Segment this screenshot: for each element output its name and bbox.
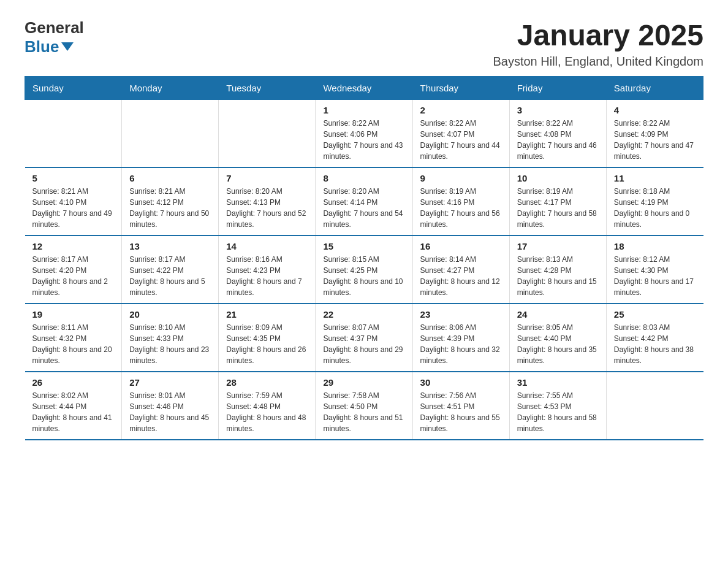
calendar-week-row: 26Sunrise: 8:02 AMSunset: 4:44 PMDayligh… xyxy=(25,372,703,440)
calendar-cell: 5Sunrise: 8:21 AMSunset: 4:10 PMDaylight… xyxy=(25,167,122,236)
calendar-cell: 21Sunrise: 8:09 AMSunset: 4:35 PMDayligh… xyxy=(219,304,316,372)
day-info: Sunrise: 8:13 AMSunset: 4:28 PMDaylight:… xyxy=(517,254,599,298)
day-number: 8 xyxy=(323,173,404,183)
calendar-cell xyxy=(606,372,703,440)
day-number: 3 xyxy=(517,105,599,115)
day-number: 12 xyxy=(32,241,115,251)
calendar-cell: 6Sunrise: 8:21 AMSunset: 4:12 PMDaylight… xyxy=(122,167,219,236)
calendar-cell: 17Sunrise: 8:13 AMSunset: 4:28 PMDayligh… xyxy=(509,236,606,304)
day-info: Sunrise: 8:19 AMSunset: 4:16 PMDaylight:… xyxy=(420,186,502,230)
calendar-cell: 16Sunrise: 8:14 AMSunset: 4:27 PMDayligh… xyxy=(412,236,509,304)
day-number: 14 xyxy=(226,241,308,251)
calendar-header-friday: Friday xyxy=(509,77,606,100)
calendar-cell: 26Sunrise: 8:02 AMSunset: 4:44 PMDayligh… xyxy=(25,372,122,440)
calendar-cell: 18Sunrise: 8:12 AMSunset: 4:30 PMDayligh… xyxy=(606,236,703,304)
calendar-cell: 22Sunrise: 8:07 AMSunset: 4:37 PMDayligh… xyxy=(316,304,412,372)
calendar-cell: 24Sunrise: 8:05 AMSunset: 4:40 PMDayligh… xyxy=(509,304,606,372)
day-number: 2 xyxy=(420,105,502,115)
calendar-cell: 12Sunrise: 8:17 AMSunset: 4:20 PMDayligh… xyxy=(25,236,122,304)
day-info: Sunrise: 8:07 AMSunset: 4:37 PMDaylight:… xyxy=(323,322,404,366)
day-number: 30 xyxy=(420,377,502,388)
day-number: 6 xyxy=(129,173,211,183)
calendar-cell: 4Sunrise: 8:22 AMSunset: 4:09 PMDaylight… xyxy=(606,100,703,168)
day-number: 9 xyxy=(420,173,502,183)
day-info: Sunrise: 8:16 AMSunset: 4:23 PMDaylight:… xyxy=(226,254,308,298)
day-number: 27 xyxy=(129,377,211,388)
day-number: 23 xyxy=(420,309,502,320)
day-number: 29 xyxy=(323,377,404,388)
calendar-cell: 1Sunrise: 8:22 AMSunset: 4:06 PMDaylight… xyxy=(316,100,412,168)
calendar-cell xyxy=(219,100,316,168)
day-number: 25 xyxy=(614,309,696,320)
calendar-header-wednesday: Wednesday xyxy=(316,77,412,100)
calendar-header-thursday: Thursday xyxy=(412,77,509,100)
day-info: Sunrise: 8:02 AMSunset: 4:44 PMDaylight:… xyxy=(32,390,115,434)
calendar-cell: 27Sunrise: 8:01 AMSunset: 4:46 PMDayligh… xyxy=(122,372,219,440)
calendar-cell: 23Sunrise: 8:06 AMSunset: 4:39 PMDayligh… xyxy=(412,304,509,372)
calendar-cell: 13Sunrise: 8:17 AMSunset: 4:22 PMDayligh… xyxy=(122,236,219,304)
calendar-week-row: 5Sunrise: 8:21 AMSunset: 4:10 PMDaylight… xyxy=(25,167,703,236)
logo-arrow-icon xyxy=(61,42,74,51)
day-info: Sunrise: 8:20 AMSunset: 4:14 PMDaylight:… xyxy=(323,186,404,230)
day-info: Sunrise: 8:15 AMSunset: 4:25 PMDaylight:… xyxy=(323,254,404,298)
calendar-cell: 8Sunrise: 8:20 AMSunset: 4:14 PMDaylight… xyxy=(316,167,412,236)
calendar-cell: 11Sunrise: 8:18 AMSunset: 4:19 PMDayligh… xyxy=(606,167,703,236)
day-number: 17 xyxy=(517,241,599,251)
day-number: 26 xyxy=(32,377,115,388)
day-info: Sunrise: 8:21 AMSunset: 4:12 PMDaylight:… xyxy=(129,186,211,230)
day-info: Sunrise: 8:14 AMSunset: 4:27 PMDaylight:… xyxy=(420,254,502,298)
calendar-cell: 15Sunrise: 8:15 AMSunset: 4:25 PMDayligh… xyxy=(316,236,412,304)
day-info: Sunrise: 7:56 AMSunset: 4:51 PMDaylight:… xyxy=(420,390,502,434)
calendar-cell xyxy=(122,100,219,168)
calendar-header-tuesday: Tuesday xyxy=(219,77,316,100)
page-header: General Blue January 2025 Bayston Hill, … xyxy=(25,18,703,69)
day-number: 28 xyxy=(226,377,308,388)
calendar-cell: 10Sunrise: 8:19 AMSunset: 4:17 PMDayligh… xyxy=(509,167,606,236)
calendar-cell xyxy=(25,100,122,168)
day-number: 21 xyxy=(226,309,308,320)
calendar-title: January 2025 xyxy=(493,18,703,52)
calendar-cell: 3Sunrise: 8:22 AMSunset: 4:08 PMDaylight… xyxy=(509,100,606,168)
day-info: Sunrise: 8:19 AMSunset: 4:17 PMDaylight:… xyxy=(517,186,599,230)
day-number: 5 xyxy=(32,173,115,183)
day-number: 4 xyxy=(614,105,696,115)
day-info: Sunrise: 7:55 AMSunset: 4:53 PMDaylight:… xyxy=(517,390,599,434)
day-info: Sunrise: 8:22 AMSunset: 4:08 PMDaylight:… xyxy=(517,118,599,162)
calendar-table: SundayMondayTuesdayWednesdayThursdayFrid… xyxy=(25,76,703,440)
title-block: January 2025 Bayston Hill, England, Unit… xyxy=(493,18,703,69)
calendar-cell: 25Sunrise: 8:03 AMSunset: 4:42 PMDayligh… xyxy=(606,304,703,372)
logo-blue-text: Blue xyxy=(25,37,74,56)
day-number: 22 xyxy=(323,309,404,320)
day-info: Sunrise: 8:05 AMSunset: 4:40 PMDaylight:… xyxy=(517,322,599,366)
day-number: 7 xyxy=(226,173,308,183)
day-number: 1 xyxy=(323,105,404,115)
day-number: 19 xyxy=(32,309,115,320)
day-number: 18 xyxy=(614,241,696,251)
logo: General Blue xyxy=(25,18,84,56)
calendar-week-row: 1Sunrise: 8:22 AMSunset: 4:06 PMDaylight… xyxy=(25,100,703,168)
day-info: Sunrise: 8:22 AMSunset: 4:09 PMDaylight:… xyxy=(614,118,696,162)
day-number: 10 xyxy=(517,173,599,183)
logo-general-text: General xyxy=(25,18,84,37)
calendar-cell: 19Sunrise: 8:11 AMSunset: 4:32 PMDayligh… xyxy=(25,304,122,372)
day-number: 20 xyxy=(129,309,211,320)
day-info: Sunrise: 8:18 AMSunset: 4:19 PMDaylight:… xyxy=(614,186,696,230)
calendar-header-row: SundayMondayTuesdayWednesdayThursdayFrid… xyxy=(25,77,703,100)
day-number: 16 xyxy=(420,241,502,251)
day-info: Sunrise: 8:12 AMSunset: 4:30 PMDaylight:… xyxy=(614,254,696,298)
calendar-header-saturday: Saturday xyxy=(606,77,703,100)
day-number: 15 xyxy=(323,241,404,251)
day-info: Sunrise: 8:17 AMSunset: 4:22 PMDaylight:… xyxy=(129,254,211,298)
day-info: Sunrise: 8:09 AMSunset: 4:35 PMDaylight:… xyxy=(226,322,308,366)
day-info: Sunrise: 8:10 AMSunset: 4:33 PMDaylight:… xyxy=(129,322,211,366)
calendar-cell: 14Sunrise: 8:16 AMSunset: 4:23 PMDayligh… xyxy=(219,236,316,304)
day-info: Sunrise: 8:03 AMSunset: 4:42 PMDaylight:… xyxy=(614,322,696,366)
calendar-cell: 7Sunrise: 8:20 AMSunset: 4:13 PMDaylight… xyxy=(219,167,316,236)
calendar-cell: 2Sunrise: 8:22 AMSunset: 4:07 PMDaylight… xyxy=(412,100,509,168)
day-info: Sunrise: 8:17 AMSunset: 4:20 PMDaylight:… xyxy=(32,254,115,298)
day-info: Sunrise: 8:22 AMSunset: 4:07 PMDaylight:… xyxy=(420,118,502,162)
calendar-header-sunday: Sunday xyxy=(25,77,122,100)
calendar-cell: 20Sunrise: 8:10 AMSunset: 4:33 PMDayligh… xyxy=(122,304,219,372)
calendar-cell: 31Sunrise: 7:55 AMSunset: 4:53 PMDayligh… xyxy=(509,372,606,440)
day-info: Sunrise: 8:21 AMSunset: 4:10 PMDaylight:… xyxy=(32,186,115,230)
